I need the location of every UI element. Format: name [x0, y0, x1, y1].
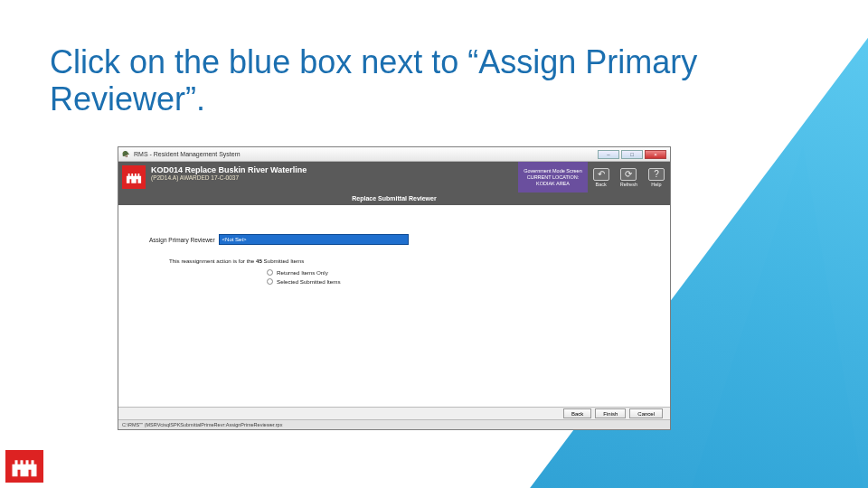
slide-title: Click on the blue box next to “Assign Pr…: [50, 43, 755, 118]
radio-icon: [267, 269, 273, 276]
help-icon: ?: [648, 168, 665, 181]
project-subtitle: (P2D14.A) AWARDED 17-C-0037: [151, 174, 514, 181]
intro-count: 45: [256, 258, 264, 264]
radio-returned-items-label: Returned Items Only: [277, 269, 328, 276]
intro-post: Submitted Items: [264, 258, 305, 264]
section-header: Replace Submittal Reviewer: [118, 192, 670, 205]
window-title: RMS - Resident Management System: [134, 151, 594, 157]
env-mode-panel: Government Mode Screen CURRENT LOCATION:…: [518, 162, 588, 192]
wizard-footer: Back Finish Cancel: [118, 407, 670, 419]
header-logo-castle: [122, 165, 146, 189]
wizard-cancel-button[interactable]: Cancel: [629, 408, 663, 418]
window-titlebar: 🪖 RMS - Resident Management System – □ ×: [118, 147, 670, 162]
assign-primary-reviewer-label: Assign Primary Reviewer: [149, 237, 215, 243]
window-minimize-button[interactable]: –: [598, 150, 619, 159]
toolbar-refresh-label: Refresh: [620, 182, 637, 187]
env-line2: CURRENT LOCATION:: [527, 174, 580, 180]
toolbar-refresh[interactable]: ⟳ Refresh: [615, 162, 643, 192]
radio-selected-submitted-items-label: Selected Submitted Items: [277, 278, 341, 285]
window-close-button[interactable]: ×: [645, 150, 666, 159]
project-title: KOD014 Replace Buskin River Waterline: [151, 165, 514, 174]
toolbar-help[interactable]: ? Help: [643, 162, 670, 192]
reassignment-intro: This reassignment action is for the 45 S…: [169, 258, 657, 264]
app-window: 🪖 RMS - Resident Management System – □ ×…: [118, 146, 671, 430]
toolbar-back[interactable]: ↶ Back: [588, 162, 615, 192]
toolbar-back-label: Back: [596, 182, 607, 187]
env-line3: KODIAK AREA: [536, 181, 570, 186]
bg-triangle-light: [653, 137, 868, 488]
back-arrow-icon: ↶: [593, 168, 609, 181]
footer-logo-castle: [5, 450, 43, 483]
wizard-back-button[interactable]: Back: [563, 408, 591, 418]
env-line1: Government Mode Screen: [524, 168, 582, 174]
radio-icon: [267, 278, 273, 285]
header-toolbar: Government Mode Screen CURRENT LOCATION:…: [518, 162, 670, 192]
assign-primary-reviewer-select[interactable]: <Not Set>: [219, 234, 409, 245]
toolbar-help-label: Help: [651, 182, 661, 187]
castle-icon: [11, 455, 38, 477]
castle-icon: [126, 171, 142, 183]
wizard-finish-button[interactable]: Finish: [595, 408, 626, 418]
window-maximize-button[interactable]: □: [621, 150, 643, 159]
refresh-icon: ⟳: [620, 168, 637, 181]
status-bar: C:\RMS"" (MSRVcisqlSPKSubmittalPrimeRevr…: [118, 419, 670, 429]
app-icon: 🪖: [122, 151, 130, 158]
intro-pre: This reassignment action is for the: [169, 258, 256, 264]
app-header: KOD014 Replace Buskin River Waterline (P…: [118, 162, 670, 192]
app-body: Assign Primary Reviewer <Not Set> This r…: [118, 205, 670, 407]
radio-selected-submitted-items[interactable]: Selected Submitted Items: [267, 278, 657, 285]
radio-returned-items[interactable]: Returned Items Only: [267, 269, 657, 276]
